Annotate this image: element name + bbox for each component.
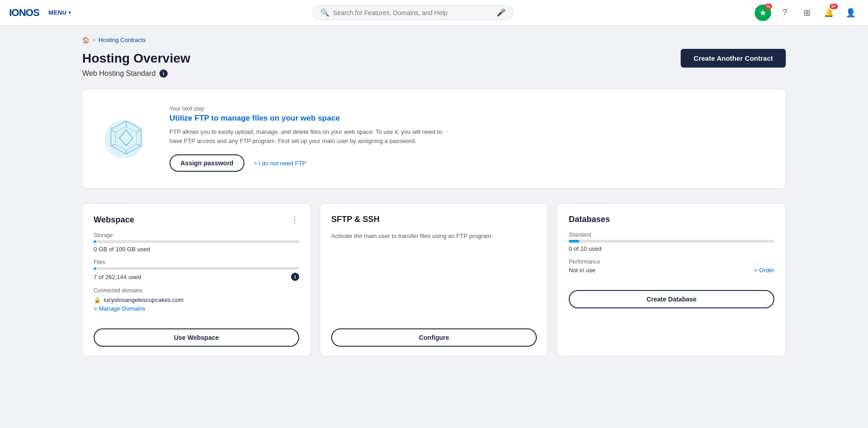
assign-password-button[interactable]: Assign password [169,154,244,172]
create-contract-button[interactable]: Create Another Contract [681,49,786,68]
more-options-icon[interactable]: ⋮ [291,215,299,225]
webspace-title: Webspace [94,215,134,225]
files-progress-bar [94,267,299,270]
header-icons: ★ % ? ⊞ 🔔 5+ 👤 [755,5,859,21]
ftp-content: Your next step Utilize FTP to manage fil… [169,106,444,172]
performance-label: Performance [569,259,774,265]
question-icon: ? [783,8,787,17]
webspace-card: Webspace ⋮ Storage 0 GB of 100 GB used F… [82,203,311,356]
ftp-title: Utilize FTP to manage files on your web … [169,114,444,123]
files-label: Files [94,259,299,265]
home-icon[interactable]: 🏠 [82,37,90,43]
performance-value: Not in use [569,267,596,274]
info-icon[interactable]: i [159,69,168,78]
header: IONOS MENU ▾ 🔍 🎤 ★ % ? ⊞ 🔔 5+ 👤 [0,0,868,26]
storage-used: 0 GB of 100 GB used [94,246,299,253]
db-standard-progress-bar [569,240,774,243]
star-button[interactable]: ★ % [755,5,771,21]
sftp-card-footer: Configure [331,321,537,347]
notifications-button[interactable]: 🔔 5+ [820,5,837,21]
menu-button[interactable]: MENU ▾ [48,9,71,16]
ftp-icon-wrap [101,113,151,164]
ftp-next-step-label: Your next step [169,106,444,112]
databases-card-header: Databases [569,215,774,224]
databases-title: Databases [569,215,610,224]
order-link[interactable]: > Order [754,267,774,274]
cards-row: Webspace ⋮ Storage 0 GB of 100 GB used F… [82,203,786,356]
domain-row: 🔒 lucyslosangelescupcakes.com [94,296,299,303]
sftp-title: SFTP & SSH [331,215,380,224]
databases-card-footer: Create Database [569,283,774,308]
add-button[interactable]: ⊞ [799,5,815,21]
breadcrumb-link[interactable]: Hosting Contracts [99,37,146,43]
search-input[interactable] [333,9,493,16]
ftp-card: Your next step Utilize FTP to manage fil… [82,89,786,189]
notifications-badge: 5+ [830,4,838,9]
microphone-icon[interactable]: 🎤 [497,8,506,17]
star-badge: % [765,4,772,9]
db-standard-used: 0 of 10 used [569,245,774,252]
logo: IONOS [9,7,39,19]
configure-button[interactable]: Configure [331,328,537,347]
performance-row: Not in use > Order [569,267,774,274]
storage-progress-bar [94,240,299,243]
storage-progress-fill [94,240,96,243]
subtitle-row: Web Hosting Standard i [82,69,786,78]
databases-card: Databases Standard 0 of 10 used Performa… [557,203,786,356]
files-info-icon[interactable]: i [291,273,299,281]
ftp-description: FTP allows you to easily upload, manage,… [169,127,444,145]
create-database-button[interactable]: Create Database [569,290,774,308]
ftp-hexagon-icon [101,113,151,163]
sftp-description: Activate the main user to transfer files… [331,232,537,241]
user-icon: 👤 [846,8,856,18]
page-title: Hosting Overview [82,51,191,66]
db-standard-progress-fill [569,240,579,243]
search-bar[interactable]: 🔍 🎤 [312,5,513,20]
no-ftp-link[interactable]: > I do not need FTP [254,160,306,167]
storage-label: Storage [94,232,299,238]
search-icon: 🔍 [320,8,329,17]
connected-domains-label: Connected domains [94,287,299,294]
files-progress-fill [94,267,96,270]
use-webspace-button[interactable]: Use Webspace [94,328,299,347]
bell-icon: 🔔 [824,8,834,18]
breadcrumb-separator: > [92,37,96,43]
subtitle-text: Web Hosting Standard [82,69,156,78]
page-header: Hosting Overview Create Another Contract [82,49,786,68]
lock-icon: 🔒 [94,296,101,303]
search-area: 🔍 🎤 [71,5,755,20]
breadcrumb: 🏠 > Hosting Contracts [82,37,786,43]
main-content: 🏠 > Hosting Contracts Hosting Overview C… [0,26,868,367]
sftp-card-header: SFTP & SSH [331,215,537,224]
webspace-card-header: Webspace ⋮ [94,215,299,225]
standard-label: Standard [569,232,774,238]
sftp-card: SFTP & SSH Activate the main user to tra… [320,203,548,356]
manage-domains-link[interactable]: > Manage Domains [94,305,299,312]
user-button[interactable]: 👤 [842,5,859,21]
plus-icon: ⊞ [804,8,810,18]
domain-name[interactable]: lucyslosangelescupcakes.com [104,296,184,303]
webspace-card-footer: Use Webspace [94,321,299,347]
files-used-row: 7 of 262,144 used i [94,273,299,281]
help-button[interactable]: ? [777,5,793,21]
ftp-actions: Assign password > I do not need FTP [169,154,444,172]
files-used: 7 of 262,144 used [94,274,141,280]
